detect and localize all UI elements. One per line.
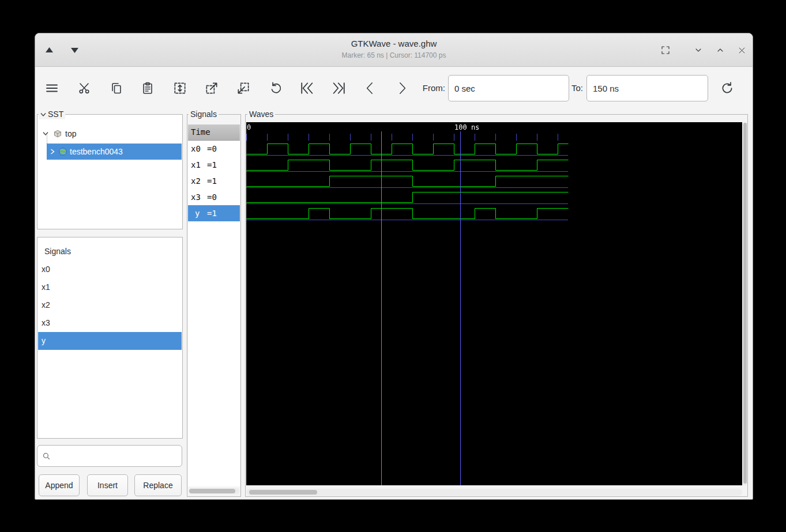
waves-panel	[245, 114, 748, 497]
wave-name-row-y[interactable]: y=1	[188, 205, 240, 221]
corner-brackets-icon	[660, 45, 671, 55]
waves-canvas[interactable]	[246, 122, 742, 485]
undo-arrow-icon	[268, 81, 283, 96]
wave-name-row-x1[interactable]: x1=1	[188, 157, 240, 173]
marker-cursor-status: Marker: 65 ns | Cursor: 114700 ps	[35, 51, 753, 59]
zoom-in-button[interactable]	[201, 77, 222, 100]
to-input[interactable]	[586, 75, 708, 101]
signal-list-item-x1[interactable]: x1	[38, 278, 182, 296]
signal-search-panel: Signals x0 x1 x2 x3 y	[37, 237, 183, 439]
titlebar[interactable]: GTKWave - wave.ghw Marker: 65 ns | Curso…	[35, 33, 753, 67]
tree-row-testbench[interactable]: testbench0043	[47, 144, 182, 160]
wave-names-hscrollbar-track[interactable]	[189, 488, 239, 494]
close-button[interactable]	[735, 43, 749, 57]
to-start-button[interactable]	[296, 77, 317, 100]
fullscreen-button[interactable]	[659, 43, 672, 57]
maximize-button[interactable]	[713, 43, 727, 57]
append-button[interactable]: Append	[39, 474, 80, 496]
cut-button[interactable]	[74, 77, 95, 100]
chevron-left-icon	[363, 80, 378, 96]
skip-to-end-icon	[331, 80, 347, 96]
waves-vscrollbar-track[interactable]	[743, 122, 747, 485]
reload-button[interactable]	[717, 77, 738, 100]
zoom-fit-button[interactable]	[170, 77, 190, 100]
signal-value: =1	[207, 205, 217, 221]
signal-name: x1	[191, 157, 207, 173]
signal-list-item-y[interactable]: y	[38, 332, 182, 350]
zoom-fit-icon	[172, 81, 187, 96]
undo-button[interactable]	[265, 77, 286, 100]
wave-name-row-x3[interactable]: x3=0	[188, 189, 240, 205]
waves-frame-label: Waves	[247, 110, 275, 119]
from-label: From:	[410, 75, 445, 101]
chevron-up-icon	[716, 46, 725, 55]
close-icon	[738, 46, 746, 55]
waves-vscrollbar-thumb[interactable]	[743, 123, 747, 484]
tree-node-testbench-label: testbench0043	[70, 147, 123, 156]
signal-list-item-x0[interactable]: x0	[38, 261, 182, 278]
testbench-globe-icon	[58, 147, 67, 156]
clipboard-icon	[141, 81, 155, 95]
signal-search-box[interactable]	[37, 445, 182, 467]
insert-button[interactable]: Insert	[87, 474, 128, 496]
chevron-right-icon	[394, 80, 409, 96]
signal-value: =1	[207, 173, 217, 189]
signal-value: =1	[207, 157, 217, 173]
hamburger-menu-icon	[44, 81, 59, 95]
signal-name: x0	[191, 141, 207, 157]
signal-name: x2	[191, 173, 207, 189]
signal-list-item-x3[interactable]: x3	[38, 314, 182, 332]
copy-icon	[110, 81, 123, 95]
signal-name: x3	[191, 189, 207, 205]
signal-list-item-x2[interactable]: x2	[38, 296, 182, 314]
wave-names-hscrollbar-thumb[interactable]	[189, 489, 235, 493]
to-label: To:	[563, 75, 583, 101]
wave-name-row-x2[interactable]: x2=1	[188, 173, 240, 189]
zoom-out-button[interactable]	[233, 77, 254, 100]
module-box-icon	[53, 129, 62, 138]
zoom-out-box-icon	[236, 81, 251, 96]
signal-list-header: Signals	[38, 243, 182, 260]
copy-button[interactable]	[106, 77, 127, 100]
signal-value: =0	[207, 141, 217, 157]
expander-right-icon[interactable]	[50, 149, 55, 154]
chevron-down-icon	[694, 46, 703, 55]
search-icon	[42, 452, 51, 461]
expander-down-icon	[40, 112, 46, 117]
step-left-button[interactable]	[360, 77, 381, 100]
minimize-button[interactable]	[691, 43, 705, 57]
scissors-icon	[77, 81, 91, 95]
waves-label-text: Waves	[249, 110, 273, 119]
zoom-in-box-icon	[204, 81, 219, 96]
replace-button[interactable]: Replace	[134, 474, 182, 496]
search-input[interactable]	[54, 451, 177, 461]
reload-icon	[720, 81, 735, 96]
time-column-header: Time	[188, 124, 240, 141]
wave-name-row-x0[interactable]: x0=0	[188, 141, 240, 157]
to-end-button[interactable]	[329, 77, 349, 100]
menu-button[interactable]	[42, 77, 62, 100]
signal-value: =0	[207, 189, 217, 205]
sst-frame-label[interactable]: SST	[39, 110, 65, 119]
waves-hscrollbar-track[interactable]	[246, 489, 742, 496]
from-input[interactable]	[448, 75, 569, 101]
tree-node-top-label: top	[65, 129, 76, 138]
wave-signals-frame-label: Signals	[189, 110, 219, 119]
desktop-background: GTKWave - wave.ghw Marker: 65 ns | Curso…	[0, 0, 786, 532]
step-right-button[interactable]	[392, 77, 412, 100]
signal-name: y	[191, 205, 207, 221]
tree-row-top[interactable]: top	[38, 126, 182, 142]
wave-signals-label-text: Signals	[190, 110, 217, 119]
sst-label-text: SST	[48, 110, 63, 119]
waves-hscrollbar-thumb[interactable]	[249, 490, 317, 495]
paste-button[interactable]	[137, 77, 158, 100]
window-title: GTKWave - wave.ghw	[35, 39, 753, 48]
gtkwave-window: GTKWave - wave.ghw Marker: 65 ns | Curso…	[35, 33, 753, 500]
wave-signals-panel: Time x0=0 x1=1 x2=1 x3=0 y=1	[187, 114, 241, 497]
sst-tree-panel: top testbench0043	[37, 114, 183, 229]
skip-to-start-icon	[299, 80, 315, 96]
